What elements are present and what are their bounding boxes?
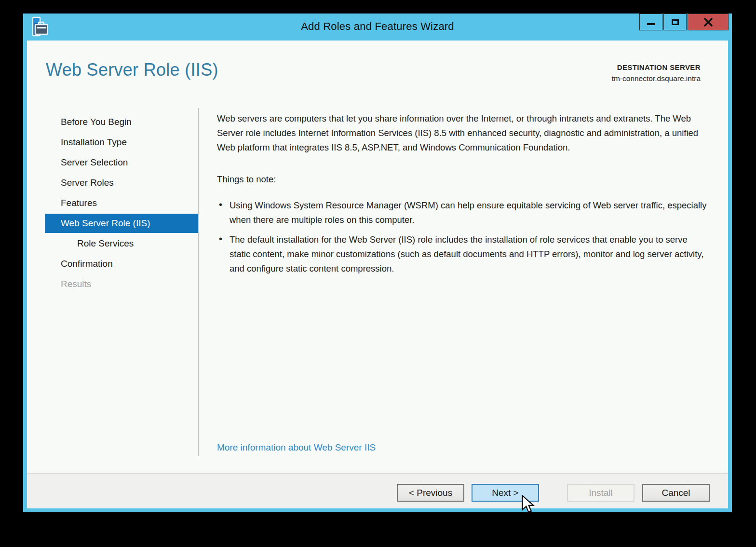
destination-server-name: tm-connector.dsquare.intra	[612, 73, 701, 84]
sidebar-separator	[198, 108, 199, 456]
cancel-button[interactable]: Cancel	[642, 484, 710, 502]
bullet-icon: •	[219, 232, 222, 246]
sidebar-item-results: Results	[45, 274, 198, 294]
title-bar: Add Roles and Features Wizard	[23, 14, 732, 41]
sidebar-item-server-selection[interactable]: Server Selection	[45, 153, 198, 172]
minimize-icon	[647, 23, 655, 25]
install-button[interactable]: Install	[567, 484, 634, 502]
minimize-button[interactable]	[639, 14, 662, 30]
window-title: Add Roles and Features Wizard	[23, 20, 732, 33]
notes-list: • Using Windows System Resource Manager …	[217, 198, 708, 276]
sidebar-item-server-roles[interactable]: Server Roles	[45, 173, 198, 192]
more-info-link[interactable]: More information about Web Server IIS	[217, 442, 376, 453]
bullet-icon: •	[219, 197, 222, 212]
sidebar-item-role-services[interactable]: Role Services	[45, 234, 198, 253]
note-item: • Using Windows System Resource Manager …	[217, 198, 708, 227]
close-button[interactable]	[688, 14, 729, 30]
sidebar-item-web-server-role[interactable]: Web Server Role (IIS)	[45, 214, 198, 233]
next-button[interactable]: Next >	[472, 484, 539, 502]
wizard-window: Add Roles and Features Wizard Web Server…	[23, 14, 732, 512]
caption-buttons	[638, 14, 729, 31]
wizard-steps-nav: Before You Begin Installation Type Serve…	[27, 111, 199, 295]
previous-button[interactable]: < Previous	[397, 484, 464, 502]
note-text: The default installation for the Web Ser…	[230, 234, 703, 274]
destination-server-label: DESTINATION SERVER	[612, 62, 701, 73]
things-to-note-heading: Things to note:	[217, 172, 708, 187]
destination-server-block: DESTINATION SERVER tm-connector.dsquare.…	[612, 62, 701, 84]
maximize-button[interactable]	[663, 14, 687, 30]
note-item: • The default installation for the Web S…	[217, 232, 708, 276]
sidebar-item-before-you-begin[interactable]: Before You Begin	[45, 112, 198, 132]
wizard-footer: < Previous Next > Install Cancel	[27, 473, 728, 508]
note-text: Using Windows System Resource Manager (W…	[230, 200, 706, 225]
close-icon	[703, 17, 713, 27]
intro-paragraph: Web servers are computers that let you s…	[217, 111, 708, 155]
page-title: Web Server Role (IIS)	[46, 60, 218, 80]
sidebar-item-confirmation[interactable]: Confirmation	[45, 254, 198, 274]
page-content: Web servers are computers that let you s…	[217, 111, 708, 281]
wizard-body: Web Server Role (IIS) DESTINATION SERVER…	[27, 41, 728, 508]
sidebar-item-features[interactable]: Features	[45, 193, 198, 213]
sidebar-item-installation-type[interactable]: Installation Type	[45, 133, 198, 152]
maximize-icon	[672, 19, 679, 25]
